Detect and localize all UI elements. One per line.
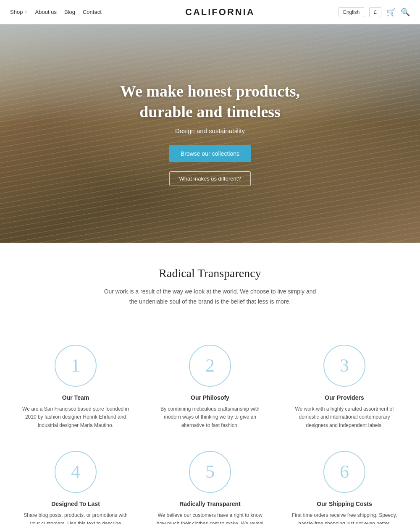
feature-5-desc: We believe our customers have a right to…	[155, 511, 265, 524]
nav-about[interactable]: About us	[35, 9, 57, 15]
feature-4: 4 Designed To Last Share blog posts, pro…	[8, 443, 143, 524]
hero-subtitle: Design and sustainability	[120, 127, 300, 134]
feature-6-circle: 6	[323, 451, 365, 493]
feature-5-title: Radically Transparent	[155, 500, 265, 507]
hero-buttons: Browse our collections What makes us dif…	[120, 145, 300, 186]
nav-shop[interactable]: Shop +	[10, 9, 28, 15]
what-makes-us-button[interactable]: What makes us different?	[169, 171, 250, 186]
feature-1-title: Our Team	[21, 394, 130, 401]
feature-2-circle: 2	[189, 345, 231, 387]
nav-right: English £ 🛒 🔍	[339, 7, 410, 17]
nav-blog[interactable]: Blog	[64, 9, 75, 15]
transparency-section: Radical Transparency Our work is a resul…	[0, 243, 420, 324]
features-grid: 1 Our Team We are a San Francisco based …	[0, 324, 420, 524]
feature-6-title: Our Shipping Costs	[290, 500, 399, 507]
feature-3-title: Our Providers	[290, 394, 399, 401]
feature-3-circle: 3	[323, 345, 365, 387]
feature-2-desc: By combining meticulous craftsmanship wi…	[155, 405, 265, 430]
nav-contact[interactable]: Contact	[83, 9, 102, 15]
feature-5-circle: 5	[189, 451, 231, 493]
browse-collections-button[interactable]: Browse our collections	[169, 145, 251, 162]
transparency-heading: Radical Transparency	[25, 267, 395, 280]
feature-6-desc: First time orders receive free shipping.…	[290, 511, 399, 524]
feature-4-circle: 4	[55, 451, 97, 493]
feature-3-desc: We work with a highly curated assortment…	[290, 405, 399, 430]
hero-content: We make honest products, durable and tim…	[120, 81, 300, 186]
feature-4-desc: Share blog posts, products, or promotion…	[21, 511, 130, 524]
language-selector[interactable]: English	[339, 7, 364, 17]
search-icon[interactable]: 🔍	[401, 8, 410, 17]
feature-1: 1 Our Team We are a San Francisco based …	[8, 336, 143, 443]
site-logo[interactable]: CALIFORNIA	[185, 7, 255, 18]
feature-6: 6 Our Shipping Costs First time orders r…	[277, 443, 412, 524]
feature-1-circle: 1	[55, 345, 97, 387]
feature-1-desc: We are a San Francisco based store found…	[21, 405, 130, 430]
feature-4-title: Designed To Last	[21, 500, 130, 507]
cart-icon[interactable]: 🛒	[386, 8, 396, 17]
currency-selector[interactable]: £	[369, 7, 381, 17]
feature-2: 2 Our Philosofy By combining meticulous …	[143, 336, 277, 443]
transparency-body: Our work is a result of the way we look …	[101, 287, 319, 307]
hero-title: We make honest products, durable and tim…	[120, 81, 300, 123]
feature-2-title: Our Philosofy	[155, 394, 265, 401]
hero-section: We make honest products, durable and tim…	[0, 24, 420, 243]
nav-links: Shop + About us Blog Contact	[10, 9, 102, 15]
feature-3: 3 Our Providers We work with a highly cu…	[277, 336, 412, 443]
navbar: Shop + About us Blog Contact CALIFORNIA …	[0, 0, 420, 24]
feature-5: 5 Radically Transparent We believe our c…	[143, 443, 277, 524]
